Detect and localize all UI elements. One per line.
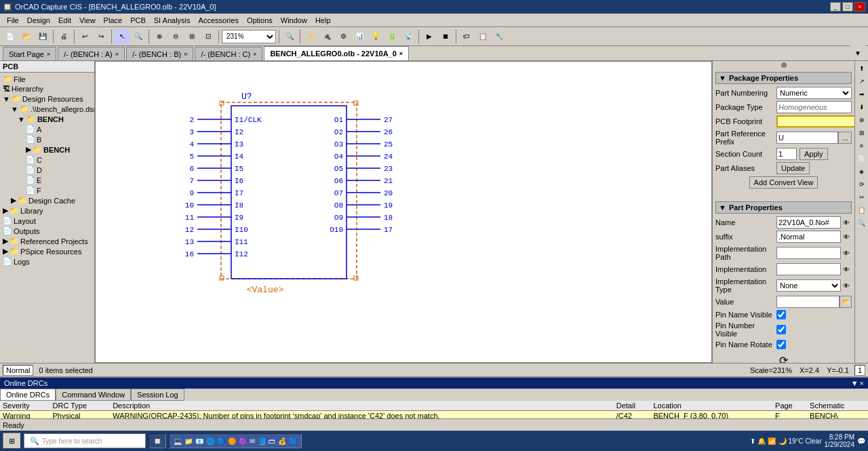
zoom-fit-button[interactable]: ⊡ bbox=[201, 29, 216, 44]
part1-button[interactable]: ⚡ bbox=[303, 29, 318, 44]
sim2-button[interactable]: ⏹ bbox=[438, 29, 453, 44]
pin-icon-12[interactable]: 🟦 bbox=[289, 437, 297, 445]
canvas-area[interactable]: U? 2 I1/CLK 3 I2 4 I3 5 bbox=[95, 61, 712, 363]
new-button[interactable]: 📄 bbox=[3, 29, 18, 44]
tab-bench-allegro[interactable]: BENCH_ALLEGRO0.olb - 22V10A_0 × bbox=[264, 46, 409, 60]
rt-btn-3[interactable]: ➡ bbox=[856, 88, 868, 100]
close-button[interactable]: × bbox=[854, 2, 865, 12]
open-button[interactable]: 📂 bbox=[19, 29, 34, 44]
impl-type-select[interactable]: None bbox=[776, 279, 841, 292]
drc-collapse-button[interactable]: ▼ bbox=[851, 379, 859, 387]
pin-icon-4[interactable]: 🌐 bbox=[206, 437, 214, 445]
tree-item-hierarchy[interactable]: 🏗 Hierarchy bbox=[1, 84, 93, 94]
pin-icon-5[interactable]: 🔵 bbox=[217, 437, 225, 445]
part-ref-input[interactable] bbox=[776, 132, 838, 144]
tree-area[interactable]: 📁 File 🏗 Hierarchy ▼ 📁 Design Resources … bbox=[0, 73, 94, 363]
part3-button[interactable]: ⚙ bbox=[336, 29, 351, 44]
part4-button[interactable]: 📊 bbox=[352, 29, 367, 44]
tab-close-bench-c[interactable]: × bbox=[253, 51, 256, 58]
tree-item-d[interactable]: 📄 D bbox=[1, 165, 93, 175]
tree-item-a[interactable]: 📄 A bbox=[1, 124, 93, 134]
find-button[interactable]: 🔍 bbox=[282, 29, 297, 44]
zoom-in-button[interactable]: ⊕ bbox=[152, 29, 167, 44]
drc-row-1[interactable]: Warning Physical WARNING(ORCAP-2435): Nu… bbox=[0, 411, 868, 419]
extra3-button[interactable]: 🔧 bbox=[492, 29, 507, 44]
tab-close-bench-a[interactable]: × bbox=[115, 51, 119, 58]
rt-btn-13[interactable]: 🔍 bbox=[856, 217, 868, 229]
menu-accessories[interactable]: Accessories bbox=[195, 15, 243, 26]
tab-close-bench-b[interactable]: × bbox=[184, 51, 187, 58]
menu-edit[interactable]: Edit bbox=[54, 15, 75, 26]
tab-overflow[interactable]: ▼ bbox=[850, 45, 865, 60]
menu-design[interactable]: Design bbox=[23, 15, 54, 26]
impl-path-eye-icon[interactable]: 👁 bbox=[841, 250, 852, 257]
tree-item-layout[interactable]: 📄 Layout bbox=[1, 216, 93, 226]
impl-eye-icon[interactable]: 👁 bbox=[841, 266, 852, 273]
pin-icon-2[interactable]: 📁 bbox=[184, 437, 193, 445]
zoom-all-button[interactable]: ⊞ bbox=[184, 29, 199, 44]
part5-button[interactable]: 💡 bbox=[368, 29, 383, 44]
maximize-button[interactable]: □ bbox=[842, 2, 853, 12]
minimize-button[interactable]: _ bbox=[830, 2, 841, 12]
save-button[interactable]: 💾 bbox=[35, 29, 50, 44]
zoom-out-button[interactable]: ⊖ bbox=[168, 29, 183, 44]
search-bar[interactable]: 🔍 Type here to search bbox=[24, 433, 146, 448]
menu-help[interactable]: Help bbox=[311, 15, 335, 26]
name-eye-icon[interactable]: 👁 bbox=[841, 219, 852, 227]
rt-btn-6[interactable]: ⊞ bbox=[856, 127, 868, 139]
part-numbering-select[interactable]: Numeric bbox=[776, 87, 852, 99]
zoom-combo[interactable]: 231% bbox=[222, 30, 276, 43]
tree-item-e[interactable]: 📄 E bbox=[1, 175, 93, 185]
extra1-button[interactable]: 🏷 bbox=[459, 29, 474, 44]
drc-tab-command[interactable]: Command Window bbox=[56, 389, 131, 401]
tree-item-bench-root[interactable]: ▼ 📁 BENCH bbox=[1, 114, 93, 124]
tree-item-file[interactable]: 📁 File bbox=[1, 74, 93, 84]
rt-btn-5[interactable]: ⊕ bbox=[856, 114, 868, 126]
menu-pcb[interactable]: PCB bbox=[126, 15, 150, 26]
menu-view[interactable]: View bbox=[75, 15, 100, 26]
tab-close-allegro[interactable]: × bbox=[399, 50, 403, 57]
impl-type-eye-icon[interactable]: 👁 bbox=[841, 282, 852, 290]
notification-button[interactable]: 💬 bbox=[857, 437, 865, 445]
pin-name-visible-checkbox[interactable] bbox=[776, 310, 786, 319]
rt-btn-10[interactable]: ⟳ bbox=[856, 178, 868, 191]
tree-item-dsn[interactable]: ▼ 📁 .\\bench_allegro.dsn bbox=[1, 104, 93, 114]
part-ref-browse-button[interactable]: ... bbox=[838, 132, 852, 144]
menu-window[interactable]: Window bbox=[277, 15, 311, 26]
zoom-button[interactable]: 🔍 bbox=[131, 29, 146, 44]
rt-btn-7[interactable]: ≡ bbox=[856, 140, 868, 152]
section-count-input[interactable] bbox=[776, 148, 797, 160]
rt-btn-2[interactable]: ↗ bbox=[856, 75, 868, 87]
update-button[interactable]: Update bbox=[776, 162, 810, 174]
taskbar-app-orcad[interactable]: 🔲 bbox=[149, 433, 166, 448]
pin-number-visible-checkbox[interactable] bbox=[776, 325, 786, 334]
tree-item-bench-sub[interactable]: ▶ 📁 BENCH bbox=[1, 144, 93, 155]
start-button[interactable]: ⊞ bbox=[3, 433, 21, 449]
tab-bench-c[interactable]: /- (BENCH : C) × bbox=[195, 47, 262, 60]
menu-si-analysis[interactable]: SI Analysis bbox=[150, 15, 195, 26]
drc-close-button[interactable]: × bbox=[860, 379, 864, 387]
part7-button[interactable]: 📡 bbox=[401, 29, 416, 44]
suffix-eye-icon[interactable]: 👁 bbox=[841, 233, 852, 241]
rt-btn-1[interactable]: ⬆ bbox=[856, 62, 868, 75]
rt-btn-12[interactable]: 📋 bbox=[856, 204, 868, 216]
pin-icon-3[interactable]: 📧 bbox=[195, 437, 203, 445]
sim1-button[interactable]: ▶ bbox=[422, 29, 437, 44]
tree-item-c[interactable]: 📄 C bbox=[1, 155, 93, 165]
tree-item-design-resources[interactable]: ▼ 📁 Design Resources bbox=[1, 94, 93, 104]
menu-place[interactable]: Place bbox=[100, 15, 127, 26]
tab-bench-a[interactable]: /- (BENCH : A) × bbox=[58, 47, 125, 60]
redo-button[interactable]: ↪ bbox=[94, 29, 108, 44]
rt-btn-4[interactable]: ⬇ bbox=[856, 101, 868, 113]
pin-icon-1[interactable]: 💻 bbox=[174, 437, 182, 445]
pin-icon-10[interactable]: 🗃 bbox=[269, 437, 275, 445]
pin-icon-7[interactable]: 🟣 bbox=[239, 437, 247, 445]
add-convert-view-button[interactable]: Add Convert View bbox=[749, 176, 818, 189]
pcb-footprint-input[interactable] bbox=[776, 115, 854, 128]
pointer-button[interactable]: ↖ bbox=[115, 29, 130, 44]
apply-button[interactable]: Apply bbox=[800, 148, 828, 160]
tree-item-logs[interactable]: 📄 Logs bbox=[1, 256, 93, 267]
undo-button[interactable]: ↩ bbox=[77, 29, 92, 44]
tree-item-design-cache[interactable]: ▶ 📁 Design Cache bbox=[1, 195, 93, 205]
tree-item-library[interactable]: ▶ 📁 Library bbox=[1, 205, 93, 216]
